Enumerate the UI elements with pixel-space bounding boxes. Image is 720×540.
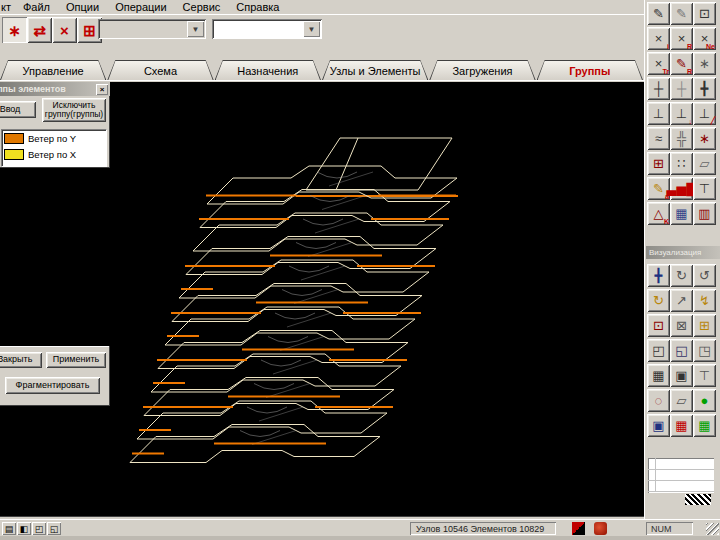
apply-button[interactable]: Применить <box>46 352 106 368</box>
right-toolbar-button[interactable]: ×Tr <box>647 52 670 75</box>
right-toolbar-button[interactable]: ╬ <box>670 127 693 150</box>
chevron-down-icon[interactable]: ▼ <box>303 21 320 37</box>
tab-узлы-и-элементы[interactable]: Узлы и Элементы <box>322 60 428 80</box>
right-toolbar-button[interactable]: ×i <box>647 27 670 50</box>
menu-item-справка[interactable]: Справка <box>228 1 287 13</box>
close-icon[interactable]: × <box>96 84 108 95</box>
right-toolbar-button[interactable]: ∷ <box>670 152 693 175</box>
tool-icon: ∗ <box>699 132 710 145</box>
right-toolbar-button[interactable]: ◌ <box>647 389 670 412</box>
right-toolbar-button[interactable]: ▱ <box>670 389 693 412</box>
tab-схема[interactable]: Схема <box>107 60 213 80</box>
right-toolbar-button[interactable]: ∗ <box>693 127 716 150</box>
tab-назначения[interactable]: Назначения <box>215 60 321 80</box>
right-toolbar-button[interactable]: ⊥╱ <box>693 102 716 125</box>
tool-icon: ◰ <box>652 344 664 357</box>
right-toolbar-button[interactable]: ↯ <box>693 289 716 312</box>
visualization-caption[interactable]: Визуализация <box>646 246 720 259</box>
restore-selection-button[interactable]: ⇄ <box>27 17 52 43</box>
statusbar-view-button[interactable]: ◧ <box>17 522 31 535</box>
right-toolbar-button[interactable]: ⊠ <box>670 314 693 337</box>
tool-icon: ↗ <box>676 294 687 307</box>
tool-icon: ▦ <box>675 207 687 220</box>
right-toolbar-button[interactable]: ╋ <box>647 264 670 287</box>
right-toolbar-button[interactable]: ┼ <box>647 77 670 100</box>
right-toolbar-button[interactable]: ● <box>693 389 716 412</box>
right-toolbar-button[interactable]: ⊥ <box>647 102 670 125</box>
resize-grip[interactable] <box>706 523 719 535</box>
list-select-combo[interactable]: ▼ <box>212 19 322 39</box>
menu-item-partial[interactable]: кт <box>0 1 15 13</box>
menu-item-сервис[interactable]: Сервис <box>175 1 229 13</box>
right-toolbar-button[interactable]: ▦ <box>670 414 693 437</box>
groups-list[interactable]: Ветер по YВетер по X <box>1 129 107 167</box>
group-label: Ветер по Y <box>28 133 76 144</box>
menu-item-опции[interactable]: Опции <box>58 1 107 13</box>
cancel-selection-button[interactable]: × <box>52 17 77 43</box>
right-toolbar-button[interactable]: ⊞ <box>647 152 670 175</box>
group-list-item[interactable]: Ветер по Y <box>2 130 106 146</box>
statusbar-view-button[interactable]: ◰ <box>32 522 46 535</box>
wireframe-floor <box>193 213 449 251</box>
right-toolbar-button[interactable]: ▦ <box>647 364 670 387</box>
right-toolbar-button[interactable]: ∗ <box>693 52 716 75</box>
groups-dialog-titlebar[interactable]: Группы элементов <box>0 82 110 96</box>
right-toolbar-button[interactable]: ×Ne <box>693 27 716 50</box>
statusbar-view-button[interactable]: ◱ <box>47 522 61 535</box>
right-toolbar-button[interactable]: ×R <box>670 27 693 50</box>
tool-icon: ↺ <box>699 269 710 282</box>
right-toolbar-button[interactable]: ◱ <box>670 339 693 362</box>
right-toolbar-button[interactable]: ▦ <box>693 414 716 437</box>
fragment-button[interactable]: Фрагментировать <box>5 377 100 394</box>
right-toolbar-button[interactable]: ↻ <box>647 289 670 312</box>
right-toolbar-button[interactable]: ⊥↓ <box>670 102 693 125</box>
right-toolbar-button[interactable]: ┼ <box>670 77 693 100</box>
right-toolbar-button[interactable]: ✎ <box>647 2 670 25</box>
main-toolbar: ∗⇄×⊞ ▼ ▼ <box>0 15 644 57</box>
right-toolbar-button[interactable]: ◰ <box>647 339 670 362</box>
right-toolbar-button[interactable]: ▱ <box>693 152 716 175</box>
chevron-down-icon[interactable]: ▼ <box>187 21 204 37</box>
right-toolbar-button[interactable]: ⊡ <box>693 2 716 25</box>
wireframe-floors <box>130 166 457 463</box>
right-toolbar-button[interactable]: ↻ <box>670 264 693 287</box>
select-filter-button[interactable]: ∗ <box>2 17 27 43</box>
statusbar-view-button[interactable]: ▤ <box>2 522 16 535</box>
close-button[interactable]: Закрыть <box>0 352 42 368</box>
wireframe-penthouse <box>296 138 458 196</box>
right-toolbar-button[interactable]: ▣ <box>670 364 693 387</box>
tool-icon: ⊠ <box>676 319 687 332</box>
exclude-group-button[interactable]: Исключить группу(группы) <box>42 98 106 122</box>
right-toolbar-button[interactable]: ⊞ <box>693 314 716 337</box>
right-toolbar-button[interactable]: ◳ <box>693 339 716 362</box>
tool-icon: ╋ <box>701 82 709 95</box>
right-toolbar-button[interactable]: ╋ <box>693 77 716 100</box>
tool-icon: ▱ <box>677 394 687 407</box>
group-select-combo-field[interactable] <box>98 19 187 39</box>
right-toolbar-button[interactable]: ▥ <box>693 202 716 225</box>
right-toolbar-button[interactable]: ✎R <box>670 52 693 75</box>
group-list-item[interactable]: Ветер по X <box>2 146 106 162</box>
right-toolbar-button[interactable]: ↺ <box>693 264 716 287</box>
right-toolbar-button[interactable]: ↗ <box>670 289 693 312</box>
list-select-combo-field[interactable] <box>212 19 303 39</box>
right-toolbar-button[interactable]: △K <box>647 202 670 225</box>
tab-управление[interactable]: Управление <box>0 60 106 80</box>
right-toolbar-button[interactable]: ▦ <box>670 202 693 225</box>
right-toolbar-button[interactable]: ⊡ <box>647 314 670 337</box>
tool-icon: × <box>655 32 663 45</box>
right-toolbar-button[interactable]: ⊤ <box>693 177 716 200</box>
tool-icon: ⊥ <box>699 107 710 120</box>
menu-item-файл[interactable]: Файл <box>15 1 58 13</box>
tab-группы[interactable]: Группы <box>537 60 643 80</box>
group-select-combo[interactable]: ▼ <box>98 19 206 39</box>
right-toolbar-button[interactable]: ≈ <box>647 127 670 150</box>
right-toolbar-button[interactable]: ⊤ <box>693 364 716 387</box>
right-toolbar-button[interactable]: ▣ <box>647 414 670 437</box>
tab-label: Группы <box>569 65 610 77</box>
enter-group-button[interactable]: Ввод <box>0 101 36 118</box>
tab-загружения[interactable]: Загружения <box>429 60 535 80</box>
right-toolbar-button[interactable]: ▃▅▇ <box>670 177 693 200</box>
right-toolbar-button[interactable]: ✎ <box>670 2 693 25</box>
menu-item-операции[interactable]: Операции <box>107 1 174 13</box>
